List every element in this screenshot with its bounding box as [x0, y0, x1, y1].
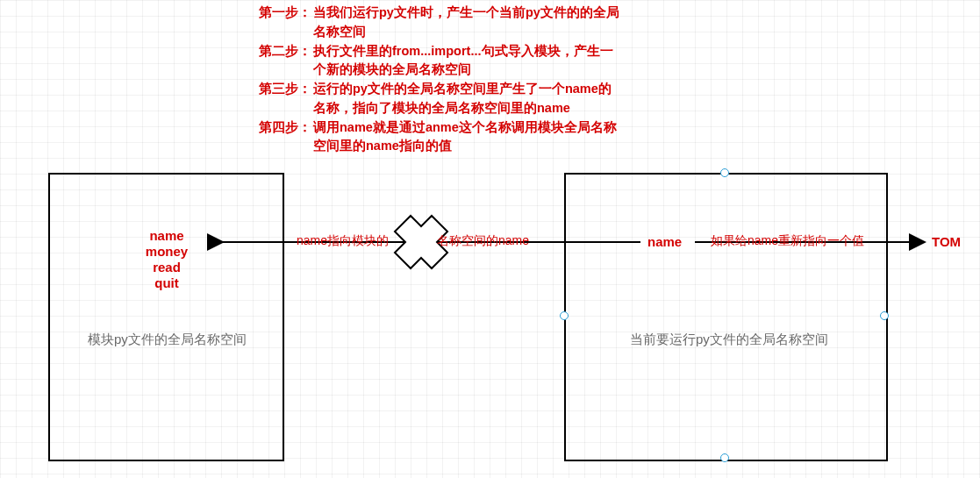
selection-handle-top[interactable]	[720, 168, 729, 177]
var-name: name	[132, 228, 202, 244]
step-3: 第三步： 运行的py文件的全局名称空间里产生了一个name的 名称，指向了模块的…	[259, 80, 794, 118]
step-3-body: 运行的py文件的全局名称空间里产生了一个name的 名称，指向了模块的全局名称空…	[313, 80, 794, 118]
current-file-box-caption: 当前要运行py文件的全局名称空间	[630, 332, 828, 348]
var-quit: quit	[132, 275, 202, 291]
step-4-label: 第四步：	[259, 118, 313, 157]
step-3-label: 第三步：	[259, 80, 313, 118]
right-arrow-label: 如果给name重新指向一个值	[711, 233, 864, 249]
step-2-label: 第二步：	[259, 42, 313, 81]
current-file-namespace-box[interactable]	[564, 173, 888, 461]
var-read: read	[132, 260, 202, 275]
step-1-body: 当我们运行py文件时，产生一个当前py文件的的全局 名称空间	[313, 4, 794, 42]
module-box-caption: 模块py文件的全局名称空间	[88, 332, 247, 348]
var-money: money	[132, 244, 202, 260]
step-2: 第二步： 执行文件里的from...import...句式导入模块，产生一 个新…	[259, 42, 794, 81]
step-4: 第四步： 调用name就是通过anme这个名称调用模块全局名称 空间里的name…	[259, 118, 794, 157]
selection-handle-left[interactable]	[560, 311, 569, 320]
tom-value: TOM	[932, 234, 961, 249]
selection-handle-bottom[interactable]	[720, 453, 729, 462]
current-file-name-var: name	[647, 234, 682, 249]
left-arrow-label-part1: name指向模块的	[297, 233, 389, 249]
selection-handle-right[interactable]	[880, 311, 889, 320]
module-variable-list: name money read quit	[132, 228, 202, 291]
step-1: 第一步： 当我们运行py文件时，产生一个当前py文件的的全局 名称空间	[259, 4, 794, 42]
step-4-body: 调用name就是通过anme这个名称调用模块全局名称 空间里的name指向的值	[313, 118, 794, 157]
step-2-body: 执行文件里的from...import...句式导入模块，产生一 个新的模块的全…	[313, 42, 794, 81]
step-1-label: 第一步：	[259, 4, 313, 42]
left-arrow-label-part2: 名称空间的name	[437, 233, 529, 249]
module-namespace-box[interactable]	[48, 173, 284, 461]
steps-panel: 第一步： 当我们运行py文件时，产生一个当前py文件的的全局 名称空间 第二步：…	[259, 4, 794, 156]
